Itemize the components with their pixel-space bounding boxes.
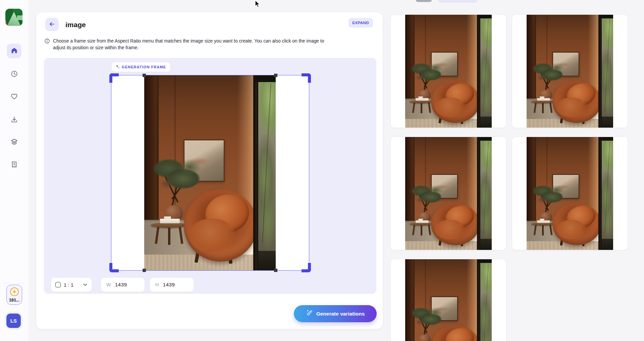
sidebar-item-history[interactable] — [10, 70, 18, 78]
resize-handle[interactable] — [274, 74, 277, 77]
receipt-icon: $ — [10, 161, 18, 170]
info-icon — [44, 38, 50, 52]
page-title: image — [65, 21, 86, 29]
generation-frame[interactable] — [111, 75, 309, 271]
cropped-avatar-sliver — [416, 0, 432, 2]
sidebar-item-layers[interactable] — [10, 138, 18, 146]
info-text: Choose a frame size from the Aspect Rati… — [53, 38, 333, 52]
avatar-initials: LS — [10, 318, 17, 324]
sidebar-item-home[interactable] — [7, 44, 21, 58]
interior-photo — [405, 137, 492, 250]
credits-count: 181... — [9, 297, 19, 302]
variation-thumbnail[interactable] — [512, 14, 628, 128]
interior-photo — [527, 137, 613, 250]
variation-thumbnail[interactable] — [390, 259, 506, 341]
resize-handle[interactable] — [143, 269, 146, 272]
frame-corner-handle[interactable] — [302, 73, 311, 83]
variation-thumbnail[interactable] — [390, 137, 506, 250]
height-field: H — [150, 278, 194, 292]
variation-thumbnail[interactable] — [390, 14, 506, 128]
width-input[interactable] — [115, 282, 139, 288]
arrow-left-icon — [49, 21, 55, 28]
image-editor-card: image EXPAND Choose a frame size from th… — [36, 12, 383, 329]
home-icon — [11, 47, 18, 55]
sidebar: $ 181... LS — [0, 0, 29, 341]
download-icon — [10, 116, 18, 125]
info-banner: Choose a frame size from the Aspect Rati… — [44, 38, 339, 52]
resize-handle[interactable] — [143, 74, 146, 77]
interior-photo — [527, 14, 613, 128]
width-label: W — [106, 282, 111, 287]
source-image[interactable] — [144, 75, 276, 270]
resize-handle[interactable] — [274, 269, 277, 272]
app-root: { "sidebar": { "items": [ {"icon": "home… — [0, 0, 644, 341]
generation-frame-label: GENERATION FRAME — [112, 62, 170, 72]
generation-panel: GENERATION FRAME — [44, 58, 376, 294]
magic-wand-icon — [306, 310, 313, 318]
frame-corner-handle[interactable] — [302, 263, 311, 272]
frame-corner-handle[interactable] — [109, 73, 119, 83]
app-logo[interactable] — [5, 9, 22, 26]
cropped-button-sliver — [438, 0, 478, 3]
history-icon — [10, 70, 18, 79]
sidebar-item-billing[interactable]: $ — [10, 161, 18, 169]
generate-variations-button[interactable]: Generate variations — [294, 305, 377, 322]
variations-grid — [390, 14, 628, 341]
width-field: W — [101, 278, 145, 292]
heart-icon — [10, 92, 18, 101]
aspect-ratio-value: 1 : 1 — [64, 282, 73, 288]
expand-button[interactable]: EXPAND — [348, 18, 373, 27]
chevron-down-icon — [83, 283, 87, 286]
interior-photo — [405, 259, 492, 341]
back-button[interactable] — [45, 18, 59, 31]
layers-icon — [10, 138, 18, 147]
sidebar-item-downloads[interactable] — [10, 116, 18, 124]
variation-thumbnail[interactable] — [512, 137, 628, 250]
credits-badge[interactable]: 181... — [6, 285, 22, 305]
mouse-cursor — [254, 0, 261, 9]
aspect-ratio-dropdown[interactable]: 1 : 1 — [51, 278, 92, 292]
square-ratio-icon — [55, 282, 61, 287]
interior-photo — [144, 75, 276, 270]
interior-photo — [405, 14, 492, 128]
height-label: H — [155, 282, 159, 287]
svg-text:$: $ — [13, 162, 15, 165]
coin-icon — [10, 287, 19, 296]
frame-corner-handle[interactable] — [109, 263, 119, 272]
height-input[interactable] — [163, 282, 186, 288]
user-avatar[interactable]: LS — [6, 314, 21, 328]
sparkle-icon — [116, 65, 120, 69]
sidebar-divider — [3, 283, 25, 283]
sidebar-item-favorites[interactable] — [10, 93, 18, 101]
